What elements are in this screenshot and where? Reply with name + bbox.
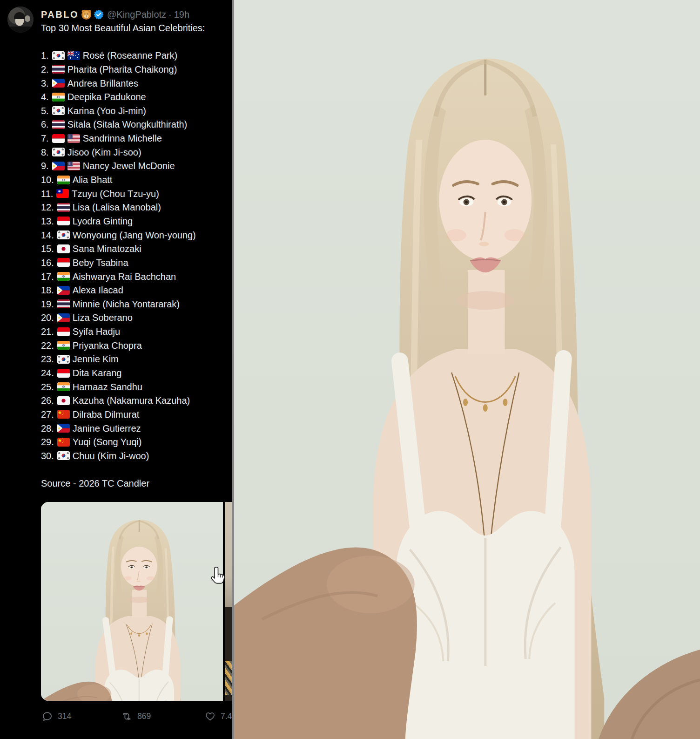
tweet-title: Top 30 Most Beautiful Asian Celebrities: xyxy=(41,21,232,35)
celebrity-rank: 9. xyxy=(41,161,49,171)
celebrity-name: Deepika Padukone xyxy=(67,92,146,102)
celebrity-row: 5. Karina (Yoo Ji-min) xyxy=(41,104,232,118)
engagement-bar: 314 869 xyxy=(41,711,232,727)
celebrity-rank: 11. xyxy=(41,189,53,199)
celebrity-rank: 13. xyxy=(41,216,54,226)
celebrity-rank: 8. xyxy=(41,147,49,157)
flag-id-icon xyxy=(57,369,70,378)
celebrity-rank: 25. xyxy=(41,382,54,392)
flag-ph-icon xyxy=(52,162,65,170)
celebrity-rank: 15. xyxy=(41,244,54,254)
flag-cn-icon xyxy=(57,410,70,419)
celebrity-rank: 18. xyxy=(41,285,54,295)
flag-ph-icon xyxy=(57,313,70,322)
flag-th-icon xyxy=(52,120,65,129)
celebrity-row: 23. Jennie Kim xyxy=(41,353,232,366)
celebrity-name: Syifa Hadju xyxy=(73,326,120,337)
tweet-panel: PABLO xyxy=(0,0,232,739)
celebrity-rank: 26. xyxy=(41,395,54,406)
celebrity-name: Priyanka Chopra xyxy=(73,340,142,351)
celebrity-row: 9. Nancy Jewel McDonie xyxy=(41,159,232,173)
celebrity-rank: 30. xyxy=(41,451,54,461)
celebrity-name: Karina (Yoo Ji-min) xyxy=(67,106,146,116)
flag-kr-icon xyxy=(57,355,70,364)
media-image-2-wall xyxy=(225,502,232,607)
flag-id-icon xyxy=(52,134,65,143)
celebrity-list: 1. Rosé (Roseanne Park)2. Pharita (Phari… xyxy=(41,49,232,463)
celebrity-row: 30. Chuu (Kim Ji-woo) xyxy=(41,449,232,463)
celebrity-rank: 29. xyxy=(41,437,54,447)
celebrity-name: Lisa (Lalisa Manobal) xyxy=(73,202,161,212)
celebrity-rank: 5. xyxy=(41,106,49,116)
flag-cn-icon xyxy=(57,438,70,447)
flag-jp-icon xyxy=(57,244,70,253)
celebrity-rank: 1. xyxy=(41,50,49,61)
celebrity-row: 7. Sandrinna Michelle xyxy=(41,132,232,146)
celebrity-rank: 2. xyxy=(41,64,49,75)
media-image-1[interactable] xyxy=(41,502,223,701)
celebrity-rank: 14. xyxy=(41,230,54,240)
celebrity-row: 24.Dita Karang xyxy=(41,366,232,380)
celebrity-row: 15.Sana Minatozaki xyxy=(41,242,232,256)
celebrity-row: 18. Alexa Ilacad xyxy=(41,284,232,298)
avatar-photo xyxy=(7,7,34,33)
handle-text: @KingPablotz xyxy=(107,9,166,20)
like-button[interactable]: 7.4K xyxy=(205,711,232,722)
celebrity-rank: 12. xyxy=(41,202,54,212)
flag-in-icon xyxy=(57,272,70,281)
celebrity-name: Andrea Brillantes xyxy=(67,78,138,88)
celebrity-row: 8. Jisoo (Kim Ji-soo) xyxy=(41,146,232,160)
celebrity-row: 16.Beby Tsabina xyxy=(41,256,232,270)
celebrity-name: Nancy Jewel McDonie xyxy=(83,161,175,171)
author-name[interactable]: PABLO xyxy=(41,7,79,21)
celebrity-row: 6. Sitala (Sitala Wongkulthirath) xyxy=(41,118,232,132)
flag-kr-icon xyxy=(52,148,65,156)
celebrity-row: 17. Aishwarya Rai Bachchan xyxy=(41,270,232,284)
flag-ph-icon xyxy=(52,79,65,88)
celebrity-name: Dita Karang xyxy=(73,368,122,378)
celebrity-name: Sandrinna Michelle xyxy=(83,133,162,143)
timestamp: 19h xyxy=(174,9,189,20)
flag-in-icon xyxy=(52,93,65,102)
repost-button[interactable]: 869 xyxy=(121,711,151,722)
celebrity-rank: 27. xyxy=(41,409,54,420)
tweet-header: PABLO xyxy=(41,7,232,21)
celebrity-rank: 16. xyxy=(41,258,54,268)
reply-button[interactable]: 314 xyxy=(42,711,71,722)
avatar[interactable] xyxy=(7,7,34,33)
celebrity-name: Beby Tsabina xyxy=(73,258,128,268)
celebrity-row: 29. Yuqi (Song Yuqi) xyxy=(41,435,232,449)
celebrity-name: Alia Bhatt xyxy=(73,175,113,185)
celebrity-rank: 23. xyxy=(41,354,54,364)
heart-icon xyxy=(205,711,215,722)
celebrity-row: 12. Lisa (Lalisa Manobal) xyxy=(41,201,232,215)
celebrity-row: 13.Lyodra Ginting xyxy=(41,215,232,229)
lion-emoji-icon xyxy=(81,9,92,20)
flag-id-icon xyxy=(57,258,70,267)
flag-jp-icon xyxy=(57,396,70,405)
celebrity-name: Jisoo (Kim Ji-soo) xyxy=(67,147,141,157)
celebrity-row: 27. Dilraba Dilmurat xyxy=(41,408,232,422)
reply-bubble-icon xyxy=(42,711,53,722)
celebrity-rank: 24. xyxy=(41,368,54,378)
celebrity-row: 10. Alia Bhatt xyxy=(41,173,232,187)
celebrity-row: 19. Minnie (Nicha Yontararak) xyxy=(41,298,232,312)
flag-us-icon xyxy=(67,134,80,143)
flag-kr-icon xyxy=(57,231,70,239)
celebrity-name: Lyodra Ginting xyxy=(73,216,133,226)
media-image-2[interactable] xyxy=(225,502,232,701)
celebrity-name: Alexa Ilacad xyxy=(73,285,123,295)
celebrity-name: Jennie Kim xyxy=(73,354,119,364)
flag-au-icon xyxy=(67,51,80,60)
celebrity-name: Minnie (Nicha Yontararak) xyxy=(73,299,180,309)
celebrity-row: 21.Syifa Hadju xyxy=(41,325,232,339)
flag-kr-icon xyxy=(52,106,65,115)
like-count: 7.4K xyxy=(221,712,232,721)
flag-in-icon xyxy=(57,341,70,350)
source-line: Source - 2026 TC Candler xyxy=(41,477,232,491)
author-handle[interactable]: @KingPablotz·19h xyxy=(107,7,189,21)
verified-badge-icon xyxy=(94,9,104,20)
celebrity-rank: 22. xyxy=(41,340,54,351)
celebrity-row: 3. Andrea Brillantes xyxy=(41,77,232,91)
celebrity-rank: 17. xyxy=(41,271,54,282)
